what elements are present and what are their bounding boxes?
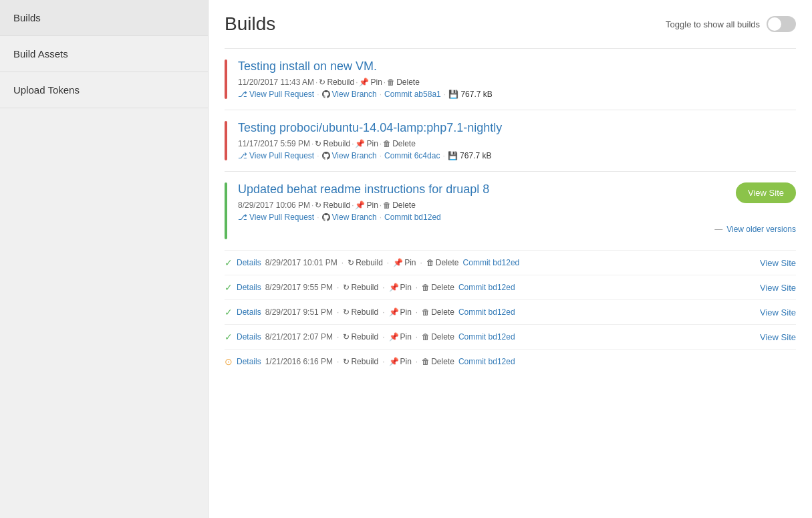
history-delete-1[interactable]: 🗑 Delete — [422, 283, 454, 292]
history-pin-4[interactable]: 📌 Pin — [389, 357, 412, 366]
status-clock-4: ⊙ — [225, 356, 233, 367]
history-date-2: 8/29/2017 9:51 PM — [265, 307, 333, 317]
build-card-2: Testing proboci/ubuntu-14.04-lamp:php7.1… — [225, 110, 796, 171]
history-row-3: ✓ Details 8/21/2017 2:07 PM · ↻ Rebuild … — [225, 324, 796, 349]
commit-link-2[interactable]: Commit 6c4dac — [384, 151, 440, 160]
build-meta-2: 11/17/2017 5:59 PM · ↻ Rebuild · 📌 Pin ·… — [238, 139, 796, 148]
history-rebuild-1[interactable]: ↻ Rebuild — [343, 283, 378, 292]
build-title-2[interactable]: Testing proboci/ubuntu-14.04-lamp:php7.1… — [238, 121, 796, 135]
build-title-3[interactable]: Updated behat readme instructions for dr… — [238, 182, 489, 197]
view-pull-request-3[interactable]: ⎇ View Pull Request — [238, 213, 314, 222]
build-card-content-1: Testing install on new VM. 11/20/2017 11… — [238, 59, 796, 99]
view-pull-request-1[interactable]: ⎇ View Pull Request — [238, 90, 314, 99]
history-view-site-1[interactable]: View Site — [760, 283, 796, 293]
build-date-2: 11/17/2017 5:59 PM — [238, 139, 310, 148]
history-commit-0[interactable]: Commit bd12ed — [463, 258, 520, 267]
history-details-3[interactable]: Details — [237, 332, 261, 342]
commit-link-1[interactable]: Commit ab58a1 — [384, 90, 441, 99]
build-date-3: 8/29/2017 10:06 PM — [238, 201, 310, 210]
history-view-site-0[interactable]: View Site — [760, 258, 796, 268]
history-view-site-3[interactable]: View Site — [760, 332, 796, 342]
history-rebuild-0[interactable]: ↻ Rebuild — [348, 258, 383, 267]
sidebar-item-build-assets[interactable]: Build Assets — [0, 36, 208, 72]
delete-button-3[interactable]: 🗑 Delete — [383, 201, 416, 210]
view-pull-request-2[interactable]: ⎇ View Pull Request — [238, 151, 314, 160]
history-rebuild-2[interactable]: ↻ Rebuild — [343, 307, 378, 317]
build-status-border-1 — [225, 59, 227, 99]
page-title: Builds — [225, 13, 275, 35]
build-links-1: ⎇ View Pull Request · View Branch · Comm… — [238, 90, 796, 99]
history-row-0: ✓ Details 8/29/2017 10:01 PM · ↻ Rebuild… — [225, 250, 796, 275]
build-card-content-2: Testing proboci/ubuntu-14.04-lamp:php7.1… — [238, 121, 796, 160]
history-delete-3[interactable]: 🗑 Delete — [422, 332, 454, 342]
history-commit-2[interactable]: Commit bd12ed — [458, 307, 515, 317]
pin-button-1[interactable]: 📌 Pin — [359, 78, 382, 87]
history-list: ✓ Details 8/29/2017 10:01 PM · ↻ Rebuild… — [225, 250, 796, 374]
history-commit-4[interactable]: Commit bd12ed — [458, 357, 515, 366]
history-delete-2[interactable]: 🗑 Delete — [422, 307, 454, 317]
history-date-1: 8/29/2017 9:55 PM — [265, 283, 333, 292]
history-pin-2[interactable]: 📌 Pin — [389, 307, 412, 317]
main-content: Builds Toggle to show all builds Testing… — [209, 0, 812, 518]
status-check-2: ✓ — [225, 307, 233, 317]
history-row-4: ⊙ Details 1/21/2016 6:16 PM · ↻ Rebuild … — [225, 349, 796, 374]
history-rebuild-4[interactable]: ↻ Rebuild — [343, 357, 378, 366]
commit-link-3[interactable]: Commit bd12ed — [384, 213, 441, 222]
sidebar: Builds Build Assets Upload Tokens — [0, 0, 209, 518]
pin-button-2[interactable]: 📌 Pin — [355, 139, 378, 148]
build-title-1[interactable]: Testing install on new VM. — [238, 59, 796, 74]
history-details-0[interactable]: Details — [237, 258, 261, 267]
history-details-4[interactable]: Details — [237, 357, 261, 366]
build-meta-3: 8/29/2017 10:06 PM · ↻ Rebuild · 📌 Pin ·… — [238, 201, 489, 210]
build-links-3: ⎇ View Pull Request · View Branch · Comm… — [238, 213, 489, 222]
rebuild-button-2[interactable]: ↻ Rebuild — [315, 139, 350, 148]
sidebar-item-upload-tokens[interactable]: Upload Tokens — [0, 72, 208, 108]
view-site-button-3[interactable]: View Site — [736, 182, 796, 203]
build-meta-1: 11/20/2017 11:43 AM · ↻ Rebuild · 📌 Pin … — [238, 78, 796, 87]
history-row-1: ✓ Details 8/29/2017 9:55 PM · ↻ Rebuild … — [225, 275, 796, 299]
history-date-3: 8/21/2017 2:07 PM — [265, 332, 333, 342]
view-branch-2[interactable]: View Branch — [322, 151, 377, 160]
status-check-1: ✓ — [225, 282, 233, 293]
build-links-2: ⎇ View Pull Request · View Branch · Comm… — [238, 151, 796, 160]
history-pin-3[interactable]: 📌 Pin — [389, 332, 412, 342]
build-card-3: Updated behat readme instructions for dr… — [225, 171, 796, 250]
history-details-1[interactable]: Details — [237, 283, 261, 292]
delete-button-1[interactable]: 🗑 Delete — [387, 78, 420, 87]
history-view-site-2[interactable]: View Site — [760, 307, 796, 317]
rebuild-button-3[interactable]: ↻ Rebuild — [315, 201, 350, 210]
older-versions-row: — View older versions — [238, 222, 796, 239]
sidebar-item-builds[interactable]: Builds — [0, 0, 208, 36]
history-rebuild-3[interactable]: ↻ Rebuild — [343, 332, 378, 342]
view-branch-3[interactable]: View Branch — [322, 213, 377, 222]
toggle-label: Toggle to show all builds — [666, 19, 760, 29]
history-delete-4[interactable]: 🗑 Delete — [422, 357, 454, 366]
show-all-builds-toggle[interactable] — [767, 16, 796, 32]
build-card-content-3: Updated behat readme instructions for dr… — [238, 182, 796, 239]
history-date-0: 8/29/2017 10:01 PM — [265, 258, 337, 267]
history-pin-1[interactable]: 📌 Pin — [389, 283, 412, 292]
build-date-1: 11/20/2017 11:43 AM — [238, 78, 314, 87]
main-header: Builds Toggle to show all builds — [225, 13, 796, 35]
build-card-1: Testing install on new VM. 11/20/2017 11… — [225, 48, 796, 110]
history-pin-0[interactable]: 📌 Pin — [393, 258, 416, 267]
rebuild-button-1[interactable]: ↻ Rebuild — [319, 78, 354, 87]
status-check-0: ✓ — [225, 257, 233, 268]
history-delete-0[interactable]: 🗑 Delete — [426, 258, 459, 267]
build-status-border-2 — [225, 121, 227, 160]
history-date-4: 1/21/2016 6:16 PM — [265, 357, 333, 366]
pin-button-3[interactable]: 📌 Pin — [355, 201, 378, 210]
view-branch-1[interactable]: View Branch — [322, 90, 377, 99]
history-row-2: ✓ Details 8/29/2017 9:51 PM · ↻ Rebuild … — [225, 299, 796, 324]
history-commit-3[interactable]: Commit bd12ed — [458, 332, 515, 342]
history-details-2[interactable]: Details — [237, 307, 261, 317]
build-status-border-3 — [225, 182, 227, 239]
history-commit-1[interactable]: Commit bd12ed — [458, 283, 515, 292]
status-check-3: ✓ — [225, 332, 233, 342]
delete-button-2[interactable]: 🗑 Delete — [383, 139, 416, 148]
view-older-versions-link[interactable]: View older versions — [726, 225, 796, 234]
toggle-area: Toggle to show all builds — [666, 16, 796, 32]
